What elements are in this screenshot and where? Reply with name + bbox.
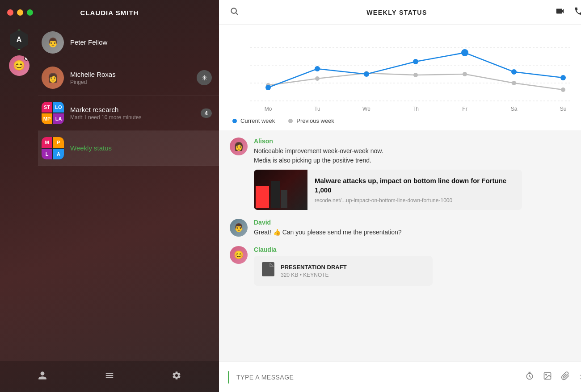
svg-line-1 (236, 13, 238, 15)
svg-point-0 (231, 8, 236, 13)
legend-dot-previous (288, 119, 293, 123)
link-preview-title: Malware attacks up, impact on bottom lin… (315, 176, 515, 195)
svg-text:Th: Th (413, 106, 419, 112)
alison-avatar: 👩 (230, 138, 248, 155)
chat-info-market-research: Market research Marit: I need 10 more mi… (70, 106, 201, 121)
svg-text:Mo: Mo (265, 106, 272, 112)
group-cell-mp: MP (42, 113, 52, 124)
badge-market-research: 4 (201, 108, 212, 118)
svg-point-9 (413, 73, 418, 77)
legend-previous-week: Previous week (288, 117, 334, 124)
main-panel: WEEKLY STATUS (219, 0, 581, 392)
sidebar-title: CLAUDIA SMITH (80, 9, 139, 17)
chat-sub-michelle: Pinged (70, 79, 197, 85)
svg-point-16 (413, 59, 418, 64)
david-sender-name: David (254, 219, 581, 226)
svg-rect-27 (262, 262, 274, 276)
chat-avatar-michelle: 👩 (42, 67, 64, 89)
chat-item-market-research[interactable]: ST LO MP LA Market research Marit: I nee… (38, 96, 219, 131)
chat-name-market-research: Market research (70, 106, 201, 113)
chat-info-michelle: Michelle Roxas Pinged (70, 71, 197, 85)
message-input[interactable] (236, 374, 518, 381)
main-header: WEEKLY STATUS (219, 0, 581, 25)
group-cell-m: M (42, 137, 52, 148)
traffic-light-maximize[interactable] (27, 9, 33, 16)
alison-message-content: Alison Noticeable improvement week-over-… (254, 138, 581, 210)
chat-info-weekly-status: Weekly status (70, 144, 212, 153)
chat-avatar-weekly-status: M P L A (42, 137, 64, 159)
search-icon[interactable] (230, 7, 239, 18)
input-actions: ✳ (525, 371, 581, 383)
attachment-icon[interactable] (561, 371, 570, 383)
david-message-content: David Great! 👍 Can you please send me th… (254, 219, 581, 237)
claudia-avatar: 😊 (230, 246, 248, 264)
message-block-david: 👨 David Great! 👍 Can you please send me … (230, 219, 581, 237)
traffic-light-minimize[interactable] (17, 9, 23, 16)
david-avatar: 👨 (230, 219, 248, 237)
traffic-light-close[interactable] (7, 9, 13, 16)
chat-avatar-market-research: ST LO MP LA (42, 102, 64, 124)
online-dot (24, 56, 29, 61)
group-cell-la: LA (53, 113, 64, 124)
svg-point-13 (265, 85, 271, 90)
svg-point-7 (315, 76, 320, 81)
group-cell-a: A (53, 149, 64, 159)
svg-point-18 (511, 69, 517, 75)
chat-info-peter: Peter Fellow (70, 38, 212, 47)
more-options-icon[interactable]: ✳ (579, 372, 581, 382)
group-cell-l: L (42, 149, 52, 159)
input-divider (228, 371, 229, 384)
svg-point-10 (463, 72, 467, 76)
sidebar-nav (0, 361, 219, 392)
chat-list: 👨 Peter Fellow 👩 Michelle Roxas Pinged ✳… (38, 25, 219, 361)
phone-icon[interactable] (574, 6, 581, 18)
chat-name-weekly-status: Weekly status (70, 144, 212, 152)
svg-point-17 (461, 49, 468, 56)
user-avatar-hex[interactable]: A (9, 29, 29, 50)
image-icon[interactable] (543, 371, 552, 383)
header-icons (555, 6, 581, 18)
svg-point-15 (364, 71, 369, 77)
timer-icon[interactable] (525, 371, 534, 383)
link-preview-image (254, 170, 307, 210)
main-title: WEEKLY STATUS (239, 9, 555, 16)
nav-settings-icon[interactable] (168, 367, 185, 386)
chart-legend: Current week Previous week (232, 117, 581, 126)
group-cell-lo: LO (53, 102, 64, 113)
traffic-lights (0, 0, 45, 25)
legend-current-week: Current week (232, 117, 275, 124)
messages-area: 👩 Alison Noticeable improvement week-ove… (219, 130, 581, 362)
nav-menu-icon[interactable] (101, 367, 118, 386)
david-message-text: Great! 👍 Can you please send me the pres… (254, 228, 581, 237)
svg-text:Fr: Fr (462, 106, 467, 112)
chat-item-weekly-status[interactable]: M P L A Weekly status (38, 131, 219, 166)
svg-point-12 (561, 88, 565, 92)
claudia-sender-name: Claudia (254, 246, 581, 253)
chat-name-michelle: Michelle Roxas (70, 71, 197, 78)
sidebar: CLAUDIA SMITH A 😊 👨 Peter Fellow 👩 (0, 0, 219, 392)
link-preview-body: Malware attacks up, impact on bottom lin… (307, 171, 522, 209)
svg-point-11 (512, 81, 516, 85)
alison-sender-name: Alison (254, 138, 581, 145)
chat-item-michelle[interactable]: 👩 Michelle Roxas Pinged ✳ (38, 60, 219, 96)
file-info: PRESENTATION DRAFT 320 KB • KEYNOTE (281, 264, 347, 278)
message-block-claudia: 😊 Claudia PRESENTATION DRAFT 320 KB • KE… (230, 246, 581, 286)
video-call-icon[interactable] (555, 6, 565, 18)
file-meta: 320 KB • KEYNOTE (281, 272, 347, 278)
file-attachment[interactable]: PRESENTATION DRAFT 320 KB • KEYNOTE (254, 256, 433, 286)
svg-point-19 (560, 75, 566, 80)
svg-text:Su: Su (560, 106, 567, 112)
contact-avatar-2[interactable]: 😊 (9, 55, 29, 76)
chat-item-peter-fellow[interactable]: 👨 Peter Fellow (38, 25, 219, 60)
alison-message-text: Noticeable improvement week-over-week no… (254, 146, 581, 165)
group-cell-p: P (53, 137, 64, 148)
avatar-column: A 😊 (0, 25, 38, 361)
chart-area: Mo Tu We Th Fr Sa Su Current week Previo… (219, 25, 581, 130)
link-preview[interactable]: Malware attacks up, impact on bottom lin… (254, 170, 522, 210)
legend-dot-current (232, 119, 237, 123)
svg-point-14 (315, 66, 320, 71)
nav-people-icon[interactable] (34, 367, 51, 386)
file-icon (262, 262, 274, 279)
svg-text:Sa: Sa (511, 106, 518, 112)
chat-name-peter: Peter Fellow (70, 38, 212, 46)
